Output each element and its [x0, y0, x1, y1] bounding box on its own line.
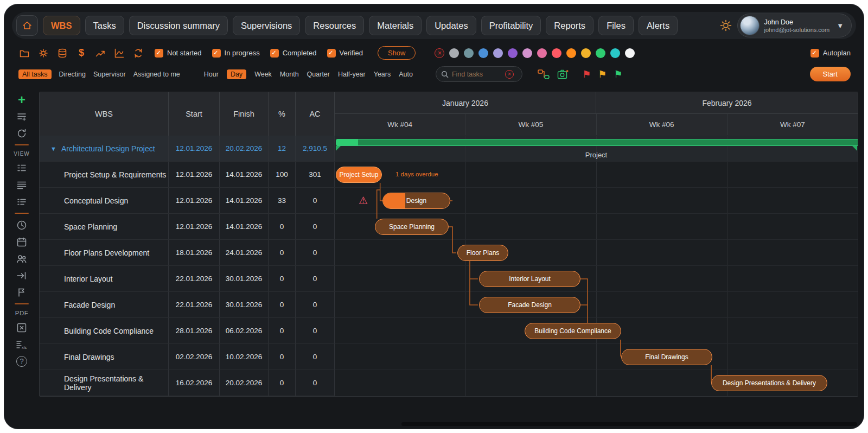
home-button[interactable]	[16, 15, 38, 36]
timescale-hour[interactable]: Hour	[204, 71, 219, 78]
filter-not-started[interactable]: Not started	[155, 49, 202, 58]
tab-wbs[interactable]: WBS	[43, 16, 80, 35]
tab-files[interactable]: Files	[598, 16, 634, 35]
tab-updates[interactable]: Updates	[426, 16, 476, 35]
column-header-ac[interactable]: AC	[296, 92, 335, 136]
database-icon[interactable]	[56, 47, 68, 59]
column-header-wbs[interactable]: WBS	[40, 92, 169, 136]
start-button[interactable]: Start	[810, 67, 851, 81]
view-filter-assigned-to-me[interactable]: Assigned to me	[133, 71, 180, 78]
timescale-auto[interactable]: Auto	[399, 71, 413, 78]
gantt-bar-design-presentations[interactable]: Design Presentations & Delivery	[711, 375, 827, 391]
gantt-bar-design[interactable]: Design	[382, 193, 450, 209]
table-row[interactable]: Floor Plans Development 18.01.2026 24.01…	[40, 240, 335, 266]
calendar-icon[interactable]	[15, 236, 28, 247]
color-dot[interactable]	[449, 48, 459, 58]
yellow-flag-icon[interactable]: ⚑	[598, 68, 607, 80]
color-dot[interactable]	[464, 48, 474, 58]
table-row[interactable]: Design Presentations & Delivery 16.02.20…	[40, 370, 335, 396]
gantt-bar-interior-layout[interactable]: Interior Layout	[479, 271, 580, 287]
collapse-icon[interactable]: ▼	[50, 145, 56, 152]
timescale-years[interactable]: Years	[374, 71, 391, 78]
timescale-day[interactable]: Day	[227, 69, 246, 79]
gantt-bar-floor-plans[interactable]: Floor Plans	[457, 245, 508, 261]
people-icon[interactable]	[15, 253, 28, 264]
user-menu[interactable]: John Doe johnd@jot-solutions.com ▼	[737, 14, 852, 37]
table-row[interactable]: Project Setup & Requirements 12.01.2026 …	[40, 162, 335, 188]
critical-path-icon[interactable]	[538, 68, 550, 80]
view-filter-directing[interactable]: Directing	[59, 71, 86, 78]
gantt-bar-project-setup[interactable]: Project Setup	[336, 167, 382, 183]
column-header-start[interactable]: Start	[169, 92, 220, 136]
color-dot[interactable]	[566, 48, 576, 58]
project-summary-bar[interactable]	[336, 139, 858, 146]
gantt-bar-facade-design[interactable]: Facade Design	[479, 297, 580, 313]
milestone-flag-icon[interactable]	[15, 286, 28, 298]
cost-dollar-icon[interactable]: $	[75, 47, 87, 59]
tab-resources[interactable]: Resources	[305, 16, 364, 35]
search-input[interactable]	[452, 71, 502, 78]
help-icon[interactable]: ?	[15, 355, 28, 367]
tab-discussion-summary[interactable]: Discussion summary	[129, 16, 228, 35]
tab-reports[interactable]: Reports	[546, 16, 593, 35]
autoplan-toggle[interactable]: Autoplan	[810, 49, 851, 58]
view-filter-all-tasks[interactable]: All tasks	[18, 69, 52, 79]
tab-supervisions[interactable]: Supervisions	[233, 16, 300, 35]
search-clear-icon[interactable]: ×	[505, 70, 514, 79]
column-header-finish[interactable]: Finish	[220, 92, 269, 136]
color-dot[interactable]	[493, 48, 503, 58]
tab-profitability[interactable]: Profitability	[481, 16, 541, 35]
color-dot[interactable]	[537, 48, 547, 58]
timescale-half-year[interactable]: Half-year	[338, 71, 366, 78]
excel-export-icon[interactable]	[15, 322, 28, 333]
snapshot-camera-icon[interactable]	[557, 68, 569, 80]
jump-to-task-icon[interactable]	[15, 270, 28, 281]
color-dot[interactable]	[610, 48, 620, 58]
red-flag-icon[interactable]: ⚑	[582, 68, 591, 80]
sync-icon[interactable]	[132, 47, 144, 59]
table-row[interactable]: Space Planning 12.01.2026 14.01.2026 0 0	[40, 214, 335, 240]
compact-view-icon[interactable]	[15, 196, 28, 207]
add-task-icon[interactable]: +	[15, 94, 28, 105]
filter-completed[interactable]: Completed	[270, 49, 317, 58]
add-list-icon[interactable]	[15, 111, 28, 122]
list-view-icon[interactable]	[15, 179, 28, 190]
tab-alerts[interactable]: Alerts	[639, 16, 678, 35]
green-flag-icon[interactable]: ⚑	[614, 68, 622, 80]
timescale-week[interactable]: Week	[254, 71, 272, 78]
horizontal-scrollbar[interactable]	[401, 422, 857, 426]
chart-line-icon[interactable]	[113, 47, 125, 59]
refresh-icon[interactable]	[15, 128, 28, 139]
wbs-view-icon[interactable]	[15, 162, 28, 174]
settings-gear-icon[interactable]	[37, 47, 49, 59]
table-row-project[interactable]: ▼Architectural Design Project 12.01.2026…	[40, 136, 335, 162]
color-dot[interactable]	[596, 48, 605, 58]
trend-icon[interactable]	[94, 47, 106, 59]
color-dot[interactable]	[581, 48, 591, 58]
table-row[interactable]: Building Code Compliance 28.01.2026 06.0…	[40, 318, 335, 344]
pdf-export-button[interactable]: PDF	[15, 310, 29, 316]
warning-icon[interactable]: ⚠	[359, 194, 368, 207]
gantt-bar-building-code-compliance[interactable]: Building Code Compliance	[525, 323, 621, 339]
clear-color-dot[interactable]: ×	[435, 48, 444, 58]
timescale-month[interactable]: Month	[280, 71, 299, 78]
gantt-bar-final-drawings[interactable]: Final Drawings	[621, 349, 712, 365]
color-dot[interactable]	[625, 48, 635, 58]
table-row[interactable]: Final Drawings 02.02.2026 10.02.2026 0 0	[40, 344, 335, 370]
column-header-percent[interactable]: %	[269, 92, 296, 136]
time-log-clock-icon[interactable]	[15, 219, 28, 231]
color-dot[interactable]	[522, 48, 532, 58]
color-dot[interactable]	[478, 48, 488, 58]
projects-folder-icon[interactable]	[18, 47, 30, 59]
tab-materials[interactable]: Materials	[369, 16, 422, 35]
table-row[interactable]: Facade Design 22.01.2026 30.01.2026 0 0	[40, 292, 335, 318]
xls-export-icon[interactable]: xls	[15, 339, 28, 350]
color-dot[interactable]	[552, 48, 561, 58]
timescale-quarter[interactable]: Quarter	[307, 71, 330, 78]
theme-toggle-sun-icon[interactable]	[720, 20, 732, 31]
filter-in-progress[interactable]: In progress	[212, 49, 260, 58]
show-button[interactable]: Show	[378, 46, 416, 60]
table-row[interactable]: Conceptual Design 12.01.2026 14.01.2026 …	[40, 188, 335, 214]
view-filter-supervisor[interactable]: Supervisor	[93, 71, 126, 78]
tab-tasks[interactable]: Tasks	[85, 16, 124, 35]
